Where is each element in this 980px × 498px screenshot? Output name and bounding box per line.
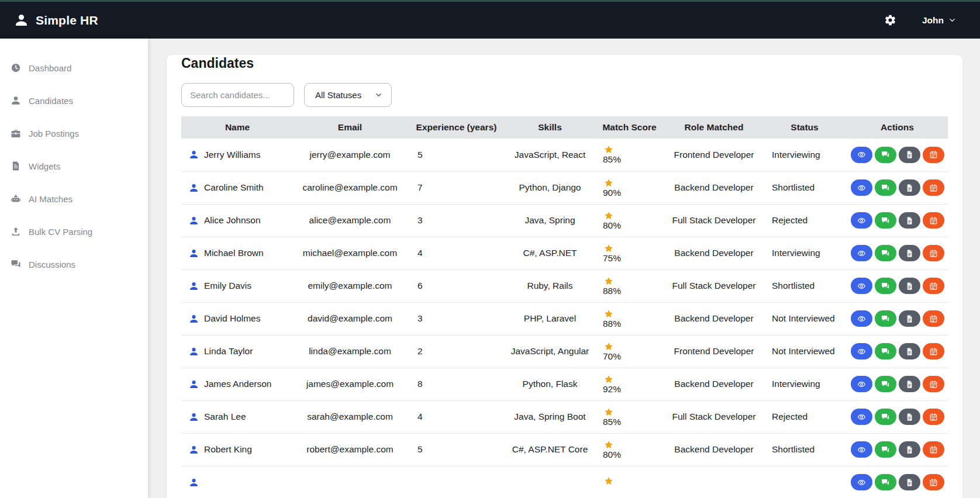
view-button[interactable] — [851, 245, 872, 261]
message-button[interactable] — [875, 278, 896, 294]
calendar-icon — [929, 445, 938, 454]
cv-button[interactable] — [899, 278, 920, 294]
view-button[interactable] — [851, 441, 872, 458]
eye-icon — [857, 413, 866, 421]
message-button[interactable] — [875, 212, 896, 229]
message-button[interactable] — [875, 310, 896, 327]
candidate-name: Emily Davis — [204, 281, 251, 291]
sidebar-item-dashboard[interactable]: Dashboard — [0, 51, 148, 84]
match-score-value: 92% — [603, 384, 621, 394]
cell-email: jerry@example.com — [294, 139, 406, 171]
status-filter-select[interactable]: All Statuses — [304, 83, 392, 107]
message-button[interactable] — [875, 376, 896, 392]
file-text-icon — [905, 184, 914, 192]
person-icon — [189, 150, 199, 160]
message-button[interactable] — [875, 179, 896, 196]
cell-experience: 3 — [406, 204, 506, 237]
match-score-value: 85% — [603, 154, 621, 164]
view-button[interactable] — [851, 310, 872, 327]
message-button[interactable] — [875, 245, 896, 261]
schedule-button[interactable] — [923, 278, 944, 294]
cv-button[interactable] — [899, 310, 920, 327]
cv-button[interactable] — [899, 441, 920, 458]
cv-button[interactable] — [899, 212, 920, 229]
chat-bubbles-icon — [881, 445, 890, 454]
person-icon — [189, 216, 199, 226]
sidebar-item-candidates[interactable]: Candidates — [0, 84, 148, 117]
user-menu[interactable]: John — [922, 15, 957, 26]
view-button[interactable] — [851, 409, 872, 425]
cell-match-score — [593, 466, 665, 498]
sidebar-item-widgets[interactable]: Widgets — [0, 150, 148, 182]
star-icon — [604, 145, 613, 154]
cell-name: Caroline Smith — [181, 171, 294, 204]
cell-status — [762, 466, 847, 498]
cv-button[interactable] — [899, 376, 920, 392]
cell-name: Alice Johnson — [181, 204, 294, 237]
gear-icon[interactable] — [884, 14, 896, 26]
cell-match-score: 88% — [593, 269, 665, 302]
message-button[interactable] — [875, 441, 896, 458]
message-button[interactable] — [875, 474, 896, 490]
search-input[interactable] — [181, 83, 294, 107]
cell-name — [181, 466, 294, 498]
cv-button[interactable] — [899, 474, 920, 490]
star-icon — [604, 276, 613, 286]
schedule-button[interactable] — [923, 245, 944, 261]
file-text-icon — [905, 216, 914, 225]
message-button[interactable] — [875, 147, 896, 163]
file-text-icon — [905, 314, 914, 323]
view-button[interactable] — [851, 278, 872, 294]
schedule-button[interactable] — [923, 179, 944, 196]
schedule-button[interactable] — [923, 310, 944, 327]
cv-button[interactable] — [899, 147, 920, 163]
chat-icon — [11, 259, 21, 269]
chat-bubbles-icon — [881, 478, 890, 487]
calendar-icon — [929, 150, 938, 159]
sidebar-item-ai-matches[interactable]: AI Matches — [0, 182, 148, 215]
file-text-icon — [905, 347, 914, 356]
schedule-button[interactable] — [923, 441, 944, 458]
schedule-button[interactable] — [923, 147, 944, 163]
table-row: Sarah Leesarah@example.com4Java, Spring … — [181, 400, 948, 433]
view-button[interactable] — [851, 343, 872, 359]
schedule-button[interactable] — [923, 376, 944, 392]
brand[interactable]: Simple HR — [14, 13, 98, 27]
sidebar-item-job-postings[interactable]: Job Postings — [0, 117, 148, 150]
cv-button[interactable] — [899, 245, 920, 261]
cell-skills: C#, ASP.NET — [506, 237, 593, 269]
cell-email: alice@example.com — [294, 204, 406, 237]
view-button[interactable] — [851, 376, 872, 392]
sidebar-item-discussions[interactable]: Discussions — [0, 248, 148, 281]
cv-button[interactable] — [899, 179, 920, 196]
cv-button[interactable] — [899, 343, 920, 359]
cell-status: Shortlisted — [762, 171, 847, 204]
cell-status: Interviewing — [762, 237, 847, 269]
sidebar-item-label: Bulk CV Parsing — [29, 227, 92, 237]
schedule-button[interactable] — [923, 343, 944, 359]
message-button[interactable] — [875, 343, 896, 359]
cv-button[interactable] — [899, 409, 920, 425]
view-button[interactable] — [851, 179, 872, 196]
cell-match-score: 92% — [593, 368, 665, 400]
file-text-icon — [905, 150, 914, 159]
cell-email: david@example.com — [294, 302, 406, 335]
sidebar-item-bulk-cv-parsing[interactable]: Bulk CV Parsing — [0, 215, 148, 248]
cell-actions — [847, 237, 948, 269]
view-button[interactable] — [851, 474, 872, 490]
schedule-button[interactable] — [923, 409, 944, 425]
message-button[interactable] — [875, 409, 896, 425]
top-navbar: Simple HR John — [0, 0, 980, 39]
view-button[interactable] — [851, 212, 872, 229]
cell-match-score: 90% — [593, 171, 665, 204]
schedule-button[interactable] — [923, 212, 944, 229]
star-icon — [604, 178, 613, 188]
chat-bubbles-icon — [881, 413, 890, 421]
chat-bubbles-icon — [881, 150, 890, 159]
star-icon — [604, 211, 613, 220]
view-button[interactable] — [851, 147, 872, 163]
schedule-button[interactable] — [923, 474, 944, 490]
calendar-icon — [929, 184, 938, 192]
cell-role-matched: Backend Developer — [665, 433, 762, 466]
cell-email: michael@example.com — [294, 237, 406, 269]
